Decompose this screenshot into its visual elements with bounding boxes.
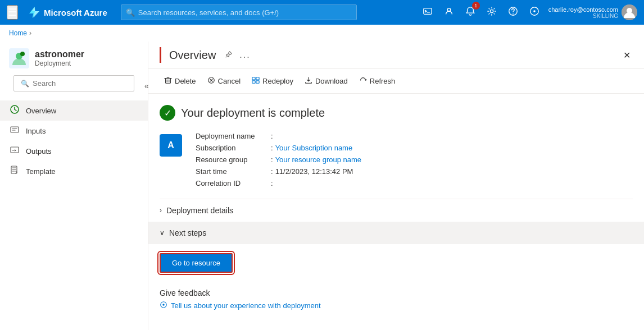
next-steps-section[interactable]: ∨ Next steps: [148, 222, 644, 244]
svg-rect-23: [256, 77, 259, 80]
resource-name: astronomer: [35, 49, 84, 59]
download-btn[interactable]: Download: [300, 74, 352, 89]
svg-point-1: [447, 8, 450, 11]
subscription-value[interactable]: Your Subscription name: [275, 144, 353, 152]
page-title: Overview: [169, 49, 216, 62]
directory-btn[interactable]: [442, 4, 456, 21]
resource-group-value[interactable]: Your resource group name: [275, 155, 361, 164]
sidebar-item-inputs-label: Inputs: [26, 127, 46, 135]
outputs-icon: [9, 145, 20, 157]
pin-btn[interactable]: [224, 49, 234, 61]
global-search[interactable]: 🔍: [121, 4, 357, 20]
azure-logo[interactable]: Microsoft Azure: [27, 6, 107, 19]
go-resource-area: Go to resource: [160, 244, 633, 282]
feedback-title: Give feedback: [160, 288, 633, 297]
sidebar-header: astronomer Deployment: [0, 42, 148, 75]
svg-point-5: [533, 10, 536, 12]
more-btn[interactable]: ...: [238, 49, 251, 61]
svg-rect-0: [424, 8, 432, 15]
download-label: Download: [315, 77, 348, 85]
svg-rect-22: [252, 77, 255, 80]
next-steps-label: Next steps: [169, 228, 206, 237]
help-btn[interactable]: [506, 4, 520, 21]
sidebar-search-input[interactable]: [33, 79, 127, 88]
field-row-resource-group: Resource group : Your resource group nam…: [196, 155, 361, 164]
resource-icon: [9, 48, 29, 68]
nav-icons: 1 charlie.roy@contoso.com SKILLING: [420, 4, 637, 21]
feedback-nav-btn[interactable]: [527, 4, 542, 21]
subscription-label: Subscription: [196, 144, 269, 152]
sidebar-item-template-label: Template: [26, 167, 56, 176]
cancel-icon: [207, 76, 215, 86]
svg-point-2: [490, 10, 493, 12]
settings-btn[interactable]: [484, 4, 499, 21]
notifications-btn[interactable]: 1: [463, 4, 478, 21]
user-section[interactable]: charlie.roy@contoso.com SKILLING: [548, 4, 637, 20]
resource-type: Deployment: [35, 59, 84, 67]
cancel-label: Cancel: [218, 77, 241, 85]
feedback-link[interactable]: Tell us about your experience with deplo…: [160, 301, 633, 310]
deployment-fields: Deployment name : Subscription : Your Su…: [196, 132, 361, 187]
title-divider: [160, 47, 161, 63]
feedback-link-text: Tell us about your experience with deplo…: [171, 301, 321, 310]
field-row-correlation: Correlation ID :: [196, 179, 361, 187]
breadcrumb-separator: ›: [29, 29, 31, 37]
field-row-subscription: Subscription : Your Subscription name: [196, 144, 361, 152]
deployment-avatar: A: [160, 134, 182, 157]
field-row-name: Deployment name :: [196, 132, 361, 140]
resource-info: astronomer Deployment: [35, 49, 84, 67]
deployment-details-section[interactable]: › Deployment details: [160, 199, 633, 222]
redeploy-icon: [252, 76, 260, 86]
content-header: Overview ... ✕: [148, 42, 644, 69]
toolbar: Delete Cancel Redeploy Download: [148, 69, 644, 94]
sidebar-search[interactable]: 🔍: [13, 75, 134, 91]
sidebar-search-icon: 🔍: [21, 80, 29, 88]
feedback-icon: [160, 301, 167, 310]
cancel-btn[interactable]: Cancel: [203, 74, 245, 89]
feedback-section: Give feedback Tell us about your experie…: [160, 288, 633, 310]
close-btn[interactable]: ✕: [621, 48, 633, 63]
hamburger-menu[interactable]: ☰: [7, 5, 18, 20]
sidebar-item-overview[interactable]: Overview: [0, 100, 148, 121]
svg-rect-24: [252, 81, 255, 83]
delete-btn[interactable]: Delete: [160, 74, 201, 89]
redeploy-label: Redeploy: [262, 77, 293, 85]
svg-point-27: [162, 304, 165, 306]
sidebar-item-outputs-label: Outputs: [26, 147, 52, 155]
sidebar-item-overview-label: Overview: [26, 107, 56, 115]
sidebar-item-outputs[interactable]: Outputs: [0, 141, 148, 161]
global-search-input[interactable]: [138, 8, 352, 17]
nav-items: Overview Inputs Outputs Template: [0, 100, 148, 181]
svg-point-10: [20, 52, 25, 56]
deployment-title: Your deployment is complete: [181, 107, 325, 120]
redeploy-btn[interactable]: Redeploy: [247, 74, 298, 89]
go-to-resource-btn[interactable]: Go to resource: [160, 253, 233, 273]
refresh-btn[interactable]: Refresh: [355, 74, 400, 89]
sidebar-item-template[interactable]: Template: [0, 161, 148, 181]
start-time-value: 11/2/2023, 12:13:42 PM: [275, 167, 353, 176]
success-icon: ✓: [160, 105, 175, 121]
sidebar-item-inputs[interactable]: Inputs: [0, 121, 148, 141]
template-icon: [9, 166, 20, 177]
correlation-label: Correlation ID: [196, 179, 269, 187]
title-actions: ...: [224, 49, 251, 61]
start-time-label: Start time: [196, 167, 269, 176]
deployment-details-chevron: ›: [160, 207, 162, 214]
user-email: charlie.roy@contoso.com: [548, 6, 618, 13]
download-icon: [305, 76, 312, 86]
breadcrumb-home[interactable]: Home: [9, 29, 27, 37]
refresh-label: Refresh: [370, 77, 396, 85]
user-avatar[interactable]: [622, 4, 637, 20]
breadcrumb: Home ›: [0, 25, 644, 42]
inputs-icon: [9, 125, 20, 136]
sidebar: astronomer Deployment 🔍 « Overview: [0, 42, 148, 330]
deployment-name-label: Deployment name: [196, 132, 269, 140]
cloud-shell-btn[interactable]: [420, 4, 435, 21]
user-info: charlie.roy@contoso.com SKILLING: [548, 6, 618, 19]
deployment-details-label: Deployment details: [166, 206, 233, 215]
top-navigation: ☰ Microsoft Azure 🔍 1: [0, 0, 644, 25]
svg-rect-25: [256, 81, 259, 83]
svg-line-15: [226, 56, 227, 57]
app-title: Microsoft Azure: [44, 8, 107, 17]
main-layout: astronomer Deployment 🔍 « Overview: [0, 42, 644, 330]
